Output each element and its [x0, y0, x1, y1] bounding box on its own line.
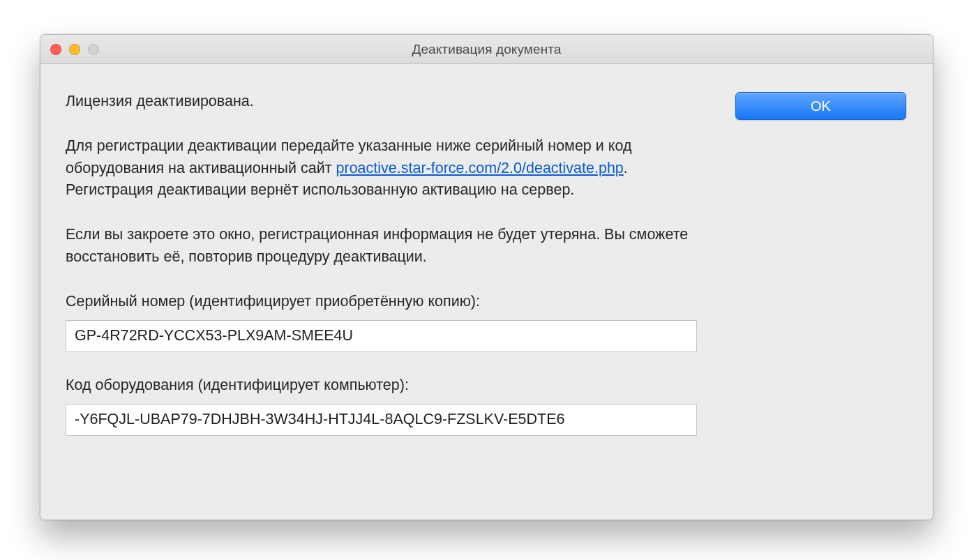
- dialog-window: Деактивация документа Лицензия деактивир…: [40, 34, 933, 520]
- ok-button[interactable]: OK: [735, 92, 906, 120]
- zoom-icon: [88, 44, 99, 55]
- dialog-content: Лицензия деактивирована. Для регистрации…: [40, 64, 933, 520]
- deactivation-link[interactable]: proactive.star-force.com/2.0/deactivate.…: [336, 160, 624, 176]
- message-recovery: Если вы закроете это окно, регистрационн…: [66, 224, 697, 268]
- minimize-icon[interactable]: [69, 44, 80, 55]
- serial-input[interactable]: [66, 320, 697, 352]
- button-column: OK: [697, 91, 908, 120]
- message-column: Лицензия деактивирована. Для регистрации…: [66, 91, 697, 436]
- hardware-code-input[interactable]: [66, 404, 697, 436]
- desktop: Деактивация документа Лицензия деактивир…: [0, 0, 976, 560]
- serial-label: Серийный номер (идентифицирует приобретё…: [66, 291, 697, 313]
- close-icon[interactable]: [50, 44, 61, 55]
- hardware-code-label: Код оборудования (идентифицирует компьют…: [66, 374, 697, 397]
- window-controls: [50, 35, 99, 64]
- message-instructions: Для регистрации деактивации передайте ук…: [66, 135, 697, 202]
- window-title: Деактивация документа: [412, 42, 561, 57]
- titlebar[interactable]: Деактивация документа: [40, 35, 933, 64]
- message-deactivated: Лицензия деактивирована.: [66, 91, 697, 113]
